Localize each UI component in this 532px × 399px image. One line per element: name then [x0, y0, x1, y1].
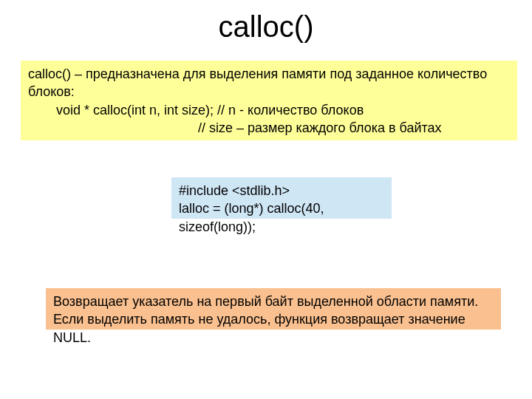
code-line-1: #include <stdlib.h>	[179, 182, 384, 200]
definition-line-2: void * calloc(int n, int size); // n - к…	[28, 101, 510, 119]
return-line-2: Если выделить память не удалось, функция…	[53, 310, 494, 347]
slide-title: calloc()	[0, 10, 532, 44]
return-line-1: Возвращает указатель на первый байт выде…	[53, 293, 494, 310]
return-value-box: Возвращает указатель на первый байт выде…	[46, 288, 501, 330]
slide: calloc() calloc() – предназначена для вы…	[0, 0, 532, 399]
code-line-2: lalloc = (long*) calloc(40, sizeof(long)…	[179, 200, 384, 236]
definition-box: calloc() – предназначена для выделения п…	[21, 61, 517, 140]
code-example-box: #include <stdlib.h> lalloc = (long*) cal…	[171, 177, 392, 219]
definition-line-1: calloc() – предназначена для выделения п…	[28, 65, 510, 101]
definition-line-3: // size – размер каждого блока в байтах	[28, 119, 510, 137]
